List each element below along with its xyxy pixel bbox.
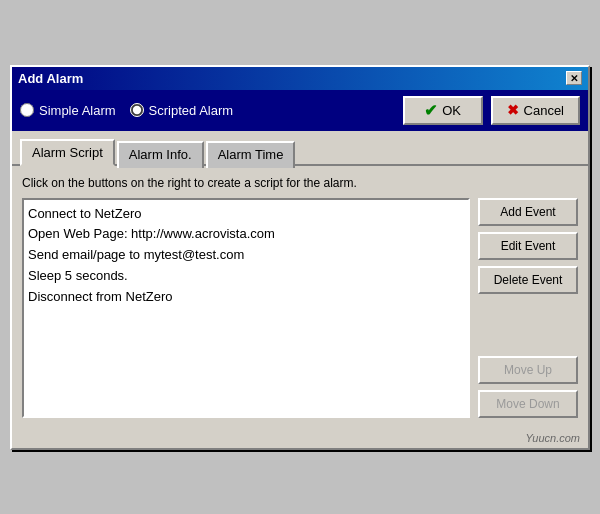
instruction-text: Click on the buttons on the right to cre… — [22, 176, 578, 190]
simple-alarm-label: Simple Alarm — [39, 103, 116, 118]
cancel-label: Cancel — [524, 103, 564, 118]
add-event-button[interactable]: Add Event — [478, 198, 578, 226]
dialog-title: Add Alarm — [18, 71, 83, 86]
script-line-3: Send email/page to mytest@test.com — [28, 245, 464, 266]
edit-event-button[interactable]: Edit Event — [478, 232, 578, 260]
move-up-button[interactable]: Move Up — [478, 356, 578, 384]
add-alarm-dialog: Add Alarm ✕ Simple Alarm Scripted Alarm … — [10, 65, 590, 450]
simple-alarm-radio-label[interactable]: Simple Alarm — [20, 103, 116, 118]
tab-alarm-script[interactable]: Alarm Script — [20, 139, 115, 166]
tabs-container: Alarm Script Alarm Info. Alarm Time — [12, 131, 588, 166]
scripted-alarm-radio[interactable] — [130, 103, 144, 117]
script-line-4: Sleep 5 seconds. — [28, 266, 464, 287]
script-list[interactable]: Connect to NetZero Open Web Page: http:/… — [22, 198, 470, 418]
tab-alarm-time[interactable]: Alarm Time — [206, 141, 296, 168]
cancel-icon: ✖ — [507, 102, 519, 118]
title-bar: Add Alarm ✕ — [12, 67, 588, 90]
alarm-type-radio-group: Simple Alarm Scripted Alarm — [20, 103, 233, 118]
content-area: Click on the buttons on the right to cre… — [12, 166, 588, 428]
move-down-button[interactable]: Move Down — [478, 390, 578, 418]
title-bar-buttons: ✕ — [566, 71, 582, 85]
script-line-5: Disconnect from NetZero — [28, 287, 464, 308]
scripted-alarm-radio-label[interactable]: Scripted Alarm — [130, 103, 234, 118]
simple-alarm-radio[interactable] — [20, 103, 34, 117]
script-line-2: Open Web Page: http://www.acrovista.com — [28, 224, 464, 245]
close-button[interactable]: ✕ — [566, 71, 582, 85]
watermark: Yuucn.com — [12, 428, 588, 448]
ok-icon: ✔ — [424, 101, 437, 120]
toolbar: Simple Alarm Scripted Alarm ✔ OK ✖ Cance… — [12, 90, 588, 131]
main-panel: Connect to NetZero Open Web Page: http:/… — [22, 198, 578, 418]
toolbar-buttons: ✔ OK ✖ Cancel — [403, 96, 580, 125]
ok-button[interactable]: ✔ OK — [403, 96, 483, 125]
cancel-button[interactable]: ✖ Cancel — [491, 96, 580, 125]
right-buttons: Add Event Edit Event Delete Event Move U… — [478, 198, 578, 418]
tab-alarm-info[interactable]: Alarm Info. — [117, 141, 204, 168]
scripted-alarm-label: Scripted Alarm — [149, 103, 234, 118]
ok-label: OK — [442, 103, 461, 118]
script-line-1: Connect to NetZero — [28, 204, 464, 225]
delete-event-button[interactable]: Delete Event — [478, 266, 578, 294]
